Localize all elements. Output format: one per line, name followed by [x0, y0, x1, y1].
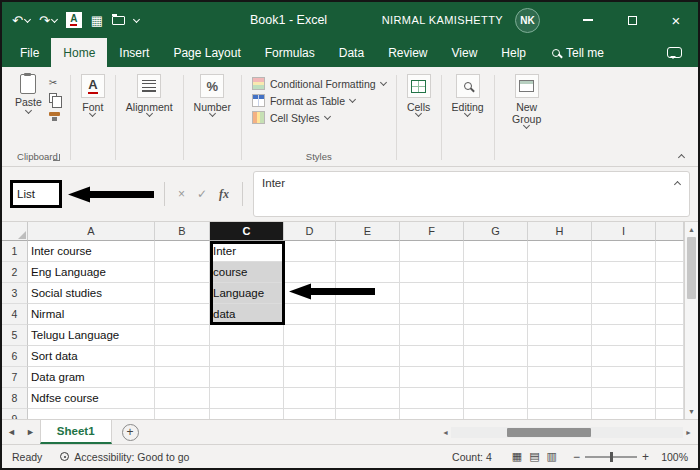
- cell-A4[interactable]: Nirmal: [28, 304, 155, 325]
- close-button[interactable]: ×: [654, 2, 698, 38]
- cell-H8[interactable]: [528, 388, 592, 409]
- cell-B7[interactable]: [155, 367, 210, 388]
- cell-B2[interactable]: [155, 262, 210, 283]
- zoom-in-button[interactable]: +: [642, 450, 649, 464]
- column-header-G[interactable]: G: [464, 222, 528, 241]
- cell-3-partial[interactable]: [656, 283, 684, 304]
- cell-H7[interactable]: [528, 367, 592, 388]
- cell-A5[interactable]: Telugu Language: [28, 325, 155, 346]
- cell-C9[interactable]: [210, 409, 284, 419]
- tab-formulas[interactable]: Formulas: [253, 38, 327, 67]
- cell-G2[interactable]: [464, 262, 528, 283]
- tab-page-layout[interactable]: Page Layout: [161, 38, 252, 67]
- cell-F4[interactable]: [400, 304, 464, 325]
- cell-I7[interactable]: [592, 367, 656, 388]
- cell-G3[interactable]: [464, 283, 528, 304]
- cells-group-button[interactable]: Cells: [400, 72, 438, 166]
- cell-B1[interactable]: [155, 241, 210, 262]
- cell-6-partial[interactable]: [656, 346, 684, 367]
- cell-C1[interactable]: Inter: [210, 241, 284, 262]
- row-header-1[interactable]: 1: [2, 241, 28, 262]
- cell-I1[interactable]: [592, 241, 656, 262]
- underline-a-icon[interactable]: A: [66, 12, 82, 28]
- cell-G9[interactable]: [464, 409, 528, 419]
- cell-B4[interactable]: [155, 304, 210, 325]
- row-header-8[interactable]: 8: [2, 388, 28, 409]
- cell-E9[interactable]: [336, 409, 400, 419]
- cell-G8[interactable]: [464, 388, 528, 409]
- page-break-view-button[interactable]: ▥: [547, 450, 557, 463]
- column-header-C[interactable]: C: [210, 222, 284, 241]
- maximize-button[interactable]: [610, 2, 654, 38]
- cell-F6[interactable]: [400, 346, 464, 367]
- account-name[interactable]: NIRMAL KAMISHETTY: [382, 14, 503, 26]
- avatar[interactable]: NK: [515, 8, 540, 33]
- cell-B5[interactable]: [155, 325, 210, 346]
- minimize-button[interactable]: [566, 2, 610, 38]
- page-layout-view-button[interactable]: ▤: [529, 450, 539, 463]
- vertical-scrollbar[interactable]: ▲ ▼: [684, 222, 698, 419]
- cell-E1[interactable]: [336, 241, 400, 262]
- zoom-slider[interactable]: [585, 456, 637, 458]
- vertical-scroll-thumb[interactable]: [687, 237, 696, 299]
- status-count[interactable]: Count: 4: [452, 451, 492, 463]
- font-group-button[interactable]: A Font: [74, 72, 112, 166]
- cell-I5[interactable]: [592, 325, 656, 346]
- cell-H5[interactable]: [528, 325, 592, 346]
- new-sheet-button[interactable]: +: [122, 424, 139, 441]
- cell-2-partial[interactable]: [656, 262, 684, 283]
- collapse-ribbon-button[interactable]: [678, 154, 685, 161]
- cell-7-partial[interactable]: [656, 367, 684, 388]
- cell-F8[interactable]: [400, 388, 464, 409]
- alignment-group-button[interactable]: Alignment: [119, 72, 180, 166]
- cell-E2[interactable]: [336, 262, 400, 283]
- cell-H4[interactable]: [528, 304, 592, 325]
- cell-A6[interactable]: Sort data: [28, 346, 155, 367]
- paste-button[interactable]: Paste: [15, 74, 42, 120]
- format-painter-button[interactable]: [49, 108, 60, 120]
- cell-5-partial[interactable]: [656, 325, 684, 346]
- cell-C5[interactable]: [210, 325, 284, 346]
- select-all-corner[interactable]: [2, 222, 28, 241]
- tab-help[interactable]: Help: [489, 38, 538, 67]
- cell-H3[interactable]: [528, 283, 592, 304]
- number-group-button[interactable]: % Number: [187, 72, 238, 166]
- cell-F5[interactable]: [400, 325, 464, 346]
- cell-G1[interactable]: [464, 241, 528, 262]
- row-header-2[interactable]: 2: [2, 262, 28, 283]
- cell-F1[interactable]: [400, 241, 464, 262]
- row-header-4[interactable]: 4: [2, 304, 28, 325]
- cell-I4[interactable]: [592, 304, 656, 325]
- column-header-partial[interactable]: [656, 222, 684, 241]
- accessibility-status[interactable]: Accessibility: Good to go: [60, 451, 189, 463]
- cell-G6[interactable]: [464, 346, 528, 367]
- cell-H2[interactable]: [528, 262, 592, 283]
- cell-D9[interactable]: [284, 409, 336, 419]
- cell-C6[interactable]: [210, 346, 284, 367]
- cell-C2[interactable]: course: [210, 262, 284, 283]
- column-header-F[interactable]: F: [400, 222, 464, 241]
- column-header-E[interactable]: E: [336, 222, 400, 241]
- collapse-formula-bar-button[interactable]: [674, 181, 681, 188]
- cell-8-partial[interactable]: [656, 388, 684, 409]
- undo-button[interactable]: ↶: [12, 13, 30, 28]
- row-header-3[interactable]: 3: [2, 283, 28, 304]
- cut-button[interactable]: ✂: [49, 76, 60, 88]
- editing-group-button[interactable]: Editing: [445, 72, 491, 166]
- cell-B6[interactable]: [155, 346, 210, 367]
- cell-G5[interactable]: [464, 325, 528, 346]
- row-header-9[interactable]: 9: [2, 409, 28, 419]
- horizontal-scrollbar[interactable]: ◄ ►: [440, 420, 698, 444]
- cell-4-partial[interactable]: [656, 304, 684, 325]
- row-header-6[interactable]: 6: [2, 346, 28, 367]
- cell-A8[interactable]: Ndfse course: [28, 388, 155, 409]
- cell-B9[interactable]: [155, 409, 210, 419]
- zoom-level[interactable]: 100%: [656, 451, 688, 463]
- sheet-nav-left[interactable]: ◄: [2, 420, 21, 444]
- tell-me[interactable]: Tell me: [552, 38, 604, 67]
- tab-review[interactable]: Review: [376, 38, 439, 67]
- sheet-nav-right[interactable]: ►: [21, 420, 40, 444]
- cell-D2[interactable]: [284, 262, 336, 283]
- cell-A9[interactable]: [28, 409, 155, 419]
- zoom-slider-thumb[interactable]: [610, 452, 613, 462]
